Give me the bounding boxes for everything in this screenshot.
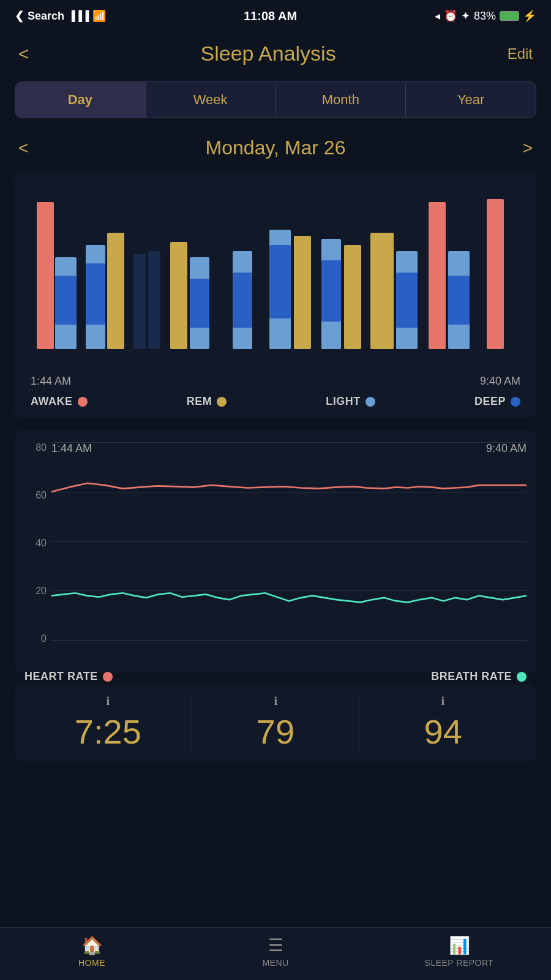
nav-menu-label: MENU	[262, 958, 288, 968]
charging-icon: ⚡	[523, 9, 536, 23]
nav-menu[interactable]: ☰ MENU	[184, 935, 367, 968]
signal-icon: ▐▐▐	[68, 10, 89, 21]
legend-br-label: BREATH RATE	[431, 670, 512, 683]
wifi-icon: 📶	[92, 9, 106, 23]
legend-deep-dot	[511, 397, 520, 407]
nav-home-label: HOME	[78, 958, 105, 968]
y-label-20: 20	[24, 586, 47, 597]
home-icon: 🏠	[81, 935, 103, 956]
legend-rem: REM	[187, 395, 227, 408]
nav-sleep-report[interactable]: 📊 SLEEP REPORT	[367, 935, 551, 968]
svg-rect-9	[170, 242, 187, 349]
status-left: ❮ Search ▐▐▐ 📶	[15, 9, 106, 23]
hr-legend: HEART RATE BREATH RATE	[24, 663, 527, 683]
sleep-chart	[24, 184, 527, 368]
stat-efficiency-value: 94	[359, 712, 527, 752]
legend-breath-rate: BREATH RATE	[431, 670, 527, 683]
battery-percentage: 83%	[474, 10, 496, 23]
current-date: Monday, Mar 26	[206, 137, 346, 159]
hr-chart-wrapper: 80 60 40 20 0	[24, 442, 527, 663]
legend-deep: DEEP	[474, 395, 520, 408]
back-button[interactable]: <	[18, 43, 29, 64]
tab-year[interactable]: Year	[406, 82, 536, 118]
legend-light-dot	[365, 397, 375, 407]
legend-light-label: LIGHT	[326, 395, 361, 408]
sleep-chart-section: 1:44 AM 9:40 AM AWAKE REM LIGHT DEEP	[15, 172, 536, 418]
prev-date-button[interactable]: <	[18, 138, 28, 158]
legend-hr-label: HEART RATE	[24, 670, 98, 683]
sleep-legend: AWAKE REM LIGHT DEEP	[24, 388, 527, 408]
stat-score-value: 79	[192, 712, 359, 752]
svg-rect-22	[396, 273, 418, 328]
legend-rem-label: REM	[187, 395, 212, 408]
y-label-0: 0	[24, 633, 47, 644]
alarm-icon: ⏰	[444, 9, 457, 23]
svg-rect-16	[294, 236, 311, 349]
svg-rect-18	[321, 260, 341, 322]
legend-rem-dot	[217, 397, 227, 407]
svg-rect-15	[269, 245, 291, 318]
menu-icon: ☰	[268, 935, 283, 956]
battery-icon	[500, 11, 519, 21]
tab-bar: Day Week Month Year	[15, 81, 536, 118]
bluetooth-icon: ✦	[461, 9, 470, 23]
edit-button[interactable]: Edit	[508, 45, 533, 62]
legend-hr-dot	[103, 672, 113, 682]
svg-rect-6	[107, 233, 124, 349]
svg-rect-19	[344, 245, 361, 349]
stat-score: ℹ 79	[192, 695, 360, 752]
location-icon: ◂	[435, 9, 440, 23]
legend-awake-dot	[78, 397, 88, 407]
report-icon: 📊	[449, 935, 470, 956]
legend-deep-label: DEEP	[474, 395, 506, 408]
carrier-label: Search	[28, 10, 64, 23]
next-date-button[interactable]: >	[523, 138, 533, 158]
sleep-chart-times: 1:44 AM 9:40 AM	[24, 370, 527, 388]
svg-rect-25	[448, 276, 470, 325]
y-label-40: 40	[24, 538, 47, 549]
sleep-end-time: 9:40 AM	[480, 375, 520, 388]
svg-rect-23	[429, 202, 446, 349]
stat-score-info: ℹ	[274, 695, 278, 708]
svg-rect-3	[55, 276, 77, 325]
legend-awake: AWAKE	[31, 395, 88, 408]
svg-rect-11	[190, 279, 209, 328]
stat-duration-value: 7:25	[24, 712, 192, 752]
back-indicator: ❮	[15, 9, 24, 23]
status-bar: ❮ Search ▐▐▐ 📶 11:08 AM ◂ ⏰ ✦ 83% ⚡	[0, 0, 551, 32]
tab-week[interactable]: Week	[146, 82, 276, 118]
date-nav: < Monday, Mar 26 >	[0, 124, 551, 172]
legend-br-dot	[517, 672, 527, 682]
nav-home[interactable]: 🏠 HOME	[0, 935, 184, 968]
hr-chart-area: 1:44 AM 9:40 AM	[51, 442, 527, 663]
svg-rect-7	[133, 254, 146, 349]
y-label-60: 60	[24, 490, 47, 501]
svg-rect-13	[233, 273, 252, 328]
legend-awake-label: AWAKE	[31, 395, 73, 408]
sleep-start-time: 1:44 AM	[31, 375, 71, 388]
tab-day[interactable]: Day	[15, 82, 146, 118]
bottom-nav: 🏠 HOME ☰ MENU 📊 SLEEP REPORT	[0, 927, 551, 980]
svg-rect-5	[86, 263, 105, 325]
tab-month[interactable]: Month	[276, 82, 407, 118]
header: < Sleep Analysis Edit	[0, 32, 551, 75]
svg-rect-1	[37, 202, 54, 349]
stat-efficiency-info: ℹ	[441, 695, 445, 708]
stat-efficiency: ℹ 94	[359, 695, 527, 752]
status-right: ◂ ⏰ ✦ 83% ⚡	[435, 9, 536, 23]
stat-duration-info: ℹ	[106, 695, 110, 708]
page-title: Sleep Analysis	[201, 42, 336, 66]
stats-section: ℹ 7:25 ℹ 79 ℹ 94	[15, 685, 536, 761]
svg-rect-20	[370, 233, 394, 349]
stat-duration: ℹ 7:25	[24, 695, 192, 752]
y-label-80: 80	[24, 442, 47, 453]
hr-chart-section: 80 60 40 20 0	[15, 430, 536, 673]
legend-heart-rate: HEART RATE	[24, 670, 113, 683]
nav-report-label: SLEEP REPORT	[425, 958, 494, 968]
status-time: 11:08 AM	[244, 9, 297, 23]
hr-chart-svg	[51, 442, 527, 641]
y-axis: 80 60 40 20 0	[24, 442, 47, 644]
legend-light: LIGHT	[326, 395, 375, 408]
svg-rect-8	[148, 251, 160, 349]
